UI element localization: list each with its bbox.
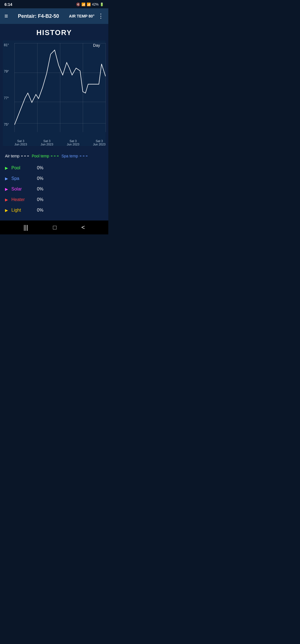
battery-label: 42% <box>92 3 99 6</box>
heater-arrow-icon: ▶ <box>5 197 8 202</box>
home-button[interactable]: □ <box>53 224 56 231</box>
equipment-spa[interactable]: ▶ Spa 0% <box>5 173 103 184</box>
back-button[interactable]: < <box>81 224 85 231</box>
nav-bar: ||| □ < <box>0 221 108 234</box>
solar-arrow-icon: ▶ <box>5 187 8 191</box>
chart-container: Day 81° 79° 77° 75° <box>3 40 106 146</box>
y-label-77: 77° <box>4 96 9 100</box>
menu-icon[interactable]: ≡ <box>4 13 8 20</box>
x-axis: Sat 3 Jun 2023 Sat 3 Jun 2023 Sat 3 Jun … <box>14 139 106 146</box>
y-label-81: 81° <box>4 43 9 47</box>
chart-area: 81° 79° 77° 75° <box>14 43 106 132</box>
equipment-light[interactable]: ▶ Light 0% <box>5 205 103 216</box>
x-label-1: Sat 3 Jun 2023 <box>41 139 53 146</box>
legend: Air temp Pool temp Spa temp <box>3 150 106 160</box>
heater-value: 0% <box>37 197 43 202</box>
y-label-79: 79° <box>4 70 9 73</box>
y-axis: 81° 79° 77° 75° <box>4 43 9 132</box>
pool-value: 0% <box>37 165 43 170</box>
spa-value: 0% <box>37 176 43 181</box>
recents-button[interactable]: ||| <box>23 224 28 231</box>
page-title: HISTORY <box>3 28 106 37</box>
legend-air-dash <box>21 156 29 156</box>
more-icon[interactable]: ⋮ <box>98 13 104 20</box>
legend-pool-temp: Pool temp <box>32 154 59 158</box>
chart-svg <box>14 43 106 125</box>
app-title: Pentair: F4-B2-50 <box>11 13 66 19</box>
equipment-pool[interactable]: ▶ Pool 0% <box>5 163 103 173</box>
legend-pool-label: Pool temp <box>32 154 49 158</box>
legend-spa-temp: Spa temp <box>61 154 88 158</box>
heater-name: Heater <box>11 197 34 202</box>
pool-arrow-icon: ▶ <box>5 166 8 170</box>
spa-arrow-icon: ▶ <box>5 176 8 181</box>
light-arrow-icon: ▶ <box>5 208 8 212</box>
x-label-0: Sat 3 Jun 2023 <box>14 139 27 146</box>
equipment-heater[interactable]: ▶ Heater 0% <box>5 194 103 205</box>
equipment-solar[interactable]: ▶ Solar 0% <box>5 184 103 194</box>
x-label-3: Sat 3 Jun 2023 <box>93 139 106 146</box>
spa-name: Spa <box>11 176 34 181</box>
legend-spa-dash <box>80 156 88 156</box>
main-content: HISTORY Day 81° 79° 77° 75° <box>0 24 108 221</box>
equipment-list: ▶ Pool 0% ▶ Spa 0% ▶ Solar 0% ▶ Heater 0… <box>3 160 106 218</box>
y-label-75: 75° <box>4 123 9 127</box>
signal-icon: 📶 <box>87 3 91 6</box>
app-bar: ≡ Pentair: F4-B2-50 AIR TEMP 80° ⋮ <box>0 8 108 24</box>
status-time: 6:14 <box>4 2 12 7</box>
legend-pool-dash <box>51 156 59 156</box>
mute-icon: 🔇 <box>76 3 80 6</box>
x-label-2: Sat 3 Jun 2023 <box>67 139 79 146</box>
grid-line-v5 <box>106 43 106 132</box>
status-bar: 6:14 🔇 📶 📶 42% 🔋 <box>0 0 108 8</box>
wifi-icon: 📶 <box>81 3 86 6</box>
solar-value: 0% <box>37 187 43 192</box>
legend-air-temp: Air temp <box>5 154 29 158</box>
status-icons: 🔇 📶 📶 42% 🔋 <box>76 3 104 6</box>
legend-spa-label: Spa temp <box>61 154 78 158</box>
light-name: Light <box>11 208 34 213</box>
air-temp-label: AIR TEMP 80° <box>69 14 94 18</box>
pool-name: Pool <box>11 165 34 170</box>
light-value: 0% <box>37 208 43 213</box>
solar-name: Solar <box>11 187 34 192</box>
legend-air-label: Air temp <box>5 154 19 158</box>
battery-icon: 🔋 <box>100 3 104 6</box>
